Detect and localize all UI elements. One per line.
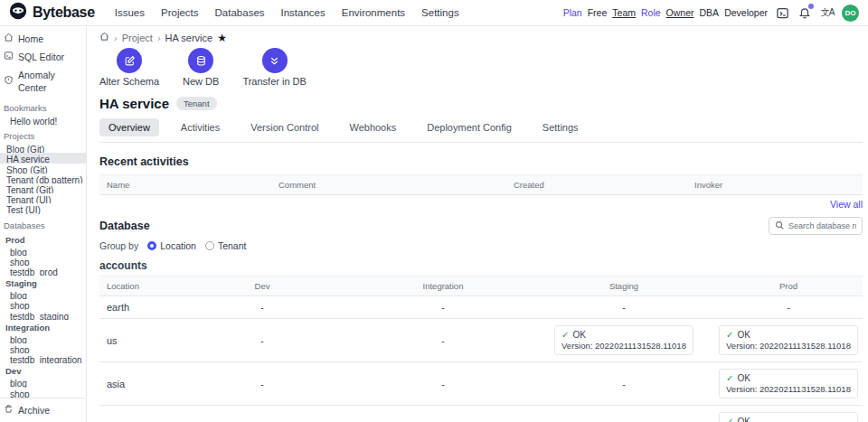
language-switch-icon[interactable]: 文A	[819, 5, 835, 21]
db-cell-empty: -	[172, 332, 353, 350]
column-header-created: Created	[506, 175, 687, 194]
sidebar-project-tenant-db-pattern[interactable]: Tenant (db pattern)	[0, 173, 86, 183]
user-avatar[interactable]: DO	[842, 5, 859, 22]
sidebar-db-item[interactable]: shop	[0, 388, 86, 398]
role-developer[interactable]: Developer	[724, 7, 768, 18]
sidebar-project-tenant-git[interactable]: Tenant (Git)	[0, 183, 86, 193]
status-label: OK	[737, 373, 750, 383]
nav-settings[interactable]: Settings	[414, 4, 467, 22]
column-header-invoker: Invoker	[687, 175, 863, 194]
tab-webhooks[interactable]: Webhooks	[340, 118, 405, 136]
sidebar-db-item[interactable]: testdb_staging	[0, 310, 86, 320]
breadcrumb-project[interactable]: Project	[122, 33, 153, 43]
database-status-card[interactable]: ✓OK Version: 20220211131528.11018	[719, 412, 858, 422]
column-header-location: Location	[99, 277, 172, 295]
db-cell-empty: -	[714, 298, 863, 316]
new-db-button[interactable]: New DB	[183, 48, 219, 87]
tab-activities[interactable]: Activities	[172, 118, 229, 136]
sidebar-project-test-ui[interactable]: Test (UI)	[0, 203, 86, 213]
group-by-location-radio[interactable]: Location	[147, 240, 196, 251]
database-search[interactable]	[769, 217, 863, 235]
sidebar-db-item[interactable]: testdb_integration	[0, 353, 86, 363]
column-header-name: Name	[99, 175, 271, 194]
sidebar-db-item[interactable]: testdb_prod	[0, 266, 86, 276]
tab-version-control[interactable]: Version Control	[241, 118, 327, 136]
location-cell[interactable]: asia	[99, 373, 172, 395]
tab-deployment-config[interactable]: Deployment Config	[418, 118, 521, 136]
tab-overview[interactable]: Overview	[99, 118, 159, 136]
group-by-control: Group by Location Tenant	[99, 240, 863, 251]
version-label: Version: 20220211131528.11018	[561, 341, 686, 351]
breadcrumb-home-icon[interactable]	[99, 32, 109, 43]
bookmark-item[interactable]: Hello world!	[0, 115, 86, 125]
bookmarks-section-title: Bookmarks	[0, 97, 86, 115]
db-cell-empty: -	[533, 418, 714, 422]
nav-projects[interactable]: Projects	[154, 4, 206, 22]
database-section-title: Database	[99, 220, 150, 232]
sidebar-project-tenant-ui[interactable]: Tenant (UI)	[0, 193, 86, 203]
sidebar-item-archive[interactable]: Archive	[0, 399, 86, 422]
sidebar-db-item[interactable]: shop	[0, 256, 86, 266]
database-status-card[interactable]: ✓OK Version: 20220211131528.11018	[554, 325, 693, 355]
column-header-comment: Comment	[271, 175, 506, 194]
env-label-integration: Integration	[0, 320, 86, 333]
sidebar-db-item[interactable]: blog	[0, 246, 86, 256]
tab-settings[interactable]: Settings	[533, 118, 588, 136]
breadcrumb-separator	[114, 33, 118, 43]
favorite-star-icon[interactable]: ★	[217, 33, 227, 42]
nav-databases[interactable]: Databases	[208, 4, 272, 22]
shield-icon	[4, 75, 14, 88]
sidebar-item-sql-editor[interactable]: SQL Editor	[0, 48, 86, 66]
sidebar-item-anomaly-center[interactable]: Anomaly Center	[0, 66, 86, 97]
alter-schema-button[interactable]: Alter Schema	[99, 48, 159, 87]
notifications-bell-icon[interactable]	[797, 5, 813, 21]
command-bar-icon[interactable]	[774, 5, 790, 21]
role-dba[interactable]: DBA	[700, 7, 720, 18]
left-sidebar: Home SQL Editor Anomaly Center Bookmarks…	[0, 26, 87, 422]
recent-activities-header-row: Name Comment Created Invoker	[99, 175, 863, 194]
plan-team-link[interactable]: Team	[612, 7, 636, 18]
location-cell[interactable]: earth	[99, 296, 172, 318]
sidebar-project-blog-git[interactable]: Blog (Git)	[0, 143, 86, 153]
search-database-input[interactable]	[788, 221, 856, 230]
location-cell[interactable]: europe	[99, 417, 172, 422]
home-icon	[4, 33, 14, 45]
version-label: Version: 20220211131528.11018	[726, 341, 851, 351]
sidebar-db-item[interactable]: shop	[0, 343, 86, 353]
role-owner-link[interactable]: Owner	[666, 7, 694, 18]
sidebar-db-item[interactable]: blog	[0, 333, 86, 343]
database-status-card[interactable]: ✓OK Version: 20220211131528.11018	[719, 369, 858, 399]
sidebar-db-item[interactable]: shop	[0, 299, 86, 309]
radio-label: Tenant	[218, 240, 247, 251]
sidebar-project-ha-service[interactable]: HA service	[0, 153, 86, 163]
app-window: Bytebase Issues Projects Databases Insta…	[0, 0, 868, 422]
group-by-label: Group by	[99, 240, 138, 251]
page-header: HA service Tenant	[99, 96, 863, 111]
terminal-icon	[4, 51, 14, 63]
database-section-header: Database	[99, 217, 863, 235]
quick-action-label: New DB	[183, 76, 219, 87]
sidebar-project-shop-git[interactable]: Shop (Git)	[0, 164, 86, 173]
sidebar-db-item[interactable]: blog	[0, 289, 86, 299]
role-label: Role	[641, 7, 661, 18]
view-all-link[interactable]: View all	[99, 199, 863, 210]
transfer-in-db-button[interactable]: Transfer in DB	[242, 48, 307, 87]
sidebar-item-home[interactable]: Home	[0, 30, 86, 48]
database-icon	[188, 48, 213, 73]
double-chevron-down-icon	[262, 48, 288, 73]
db-cell-empty: -	[353, 332, 533, 350]
nav-issues[interactable]: Issues	[108, 4, 152, 22]
projects-section-title: Projects	[0, 125, 86, 143]
bytebase-logo[interactable]: Bytebase	[9, 2, 95, 23]
nav-environments[interactable]: Environments	[335, 4, 412, 22]
sidebar-footer: Archive	[0, 398, 86, 422]
quick-action-label: Transfer in DB	[242, 76, 307, 87]
check-icon: ✓	[561, 330, 569, 340]
accounts-table-title: accounts	[99, 259, 863, 272]
database-status-card[interactable]: ✓OK Version: 20220211131528.11018	[719, 325, 858, 355]
db-cell-empty: -	[533, 298, 714, 316]
group-by-tenant-radio[interactable]: Tenant	[205, 240, 247, 251]
location-cell[interactable]: us	[99, 330, 172, 352]
nav-instances[interactable]: Instances	[274, 4, 333, 22]
sidebar-db-item[interactable]: blog	[0, 377, 86, 387]
